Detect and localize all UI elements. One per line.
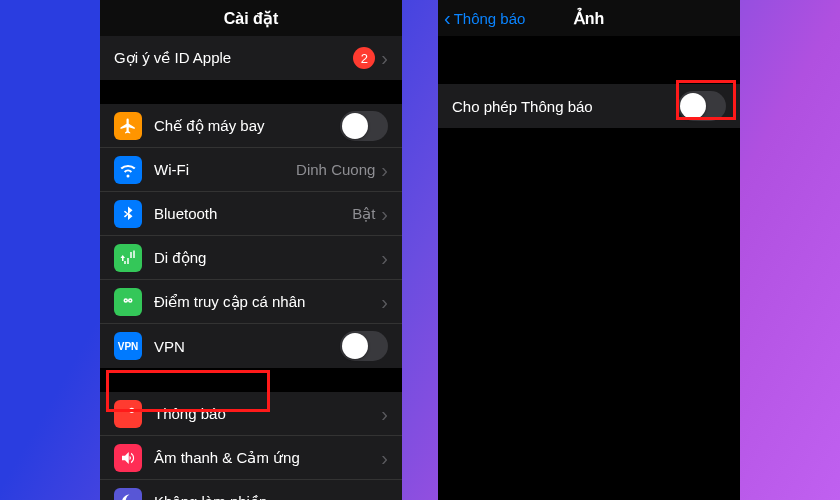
vpn-icon-text: VPN bbox=[118, 341, 139, 352]
page-title: Cài đặt bbox=[224, 9, 278, 28]
back-button[interactable]: ‹ Thông báo bbox=[444, 8, 525, 28]
cellular-icon bbox=[114, 244, 142, 272]
hotspot-row[interactable]: Điểm truy cập cá nhân › bbox=[100, 280, 402, 324]
vpn-label: VPN bbox=[154, 338, 340, 355]
airplane-icon bbox=[114, 112, 142, 140]
vpn-toggle[interactable] bbox=[340, 331, 388, 361]
hotspot-icon bbox=[114, 288, 142, 316]
chevron-right-icon: › bbox=[381, 492, 388, 500]
allow-toggle[interactable] bbox=[678, 91, 726, 121]
chevron-right-icon: › bbox=[381, 160, 388, 180]
section-separator bbox=[438, 36, 740, 84]
airplane-label: Chế độ máy bay bbox=[154, 117, 340, 135]
cellular-row[interactable]: Di động › bbox=[100, 236, 402, 280]
badge-icon: 2 bbox=[353, 47, 375, 69]
dnd-row[interactable]: Không làm phiền › bbox=[100, 480, 402, 500]
wifi-label: Wi-Fi bbox=[154, 161, 296, 178]
section-separator bbox=[100, 368, 402, 392]
title-bar: ‹ Thông báo Ảnh bbox=[438, 0, 740, 36]
airplane-mode-row[interactable]: Chế độ máy bay bbox=[100, 104, 402, 148]
settings-screen: Cài đặt Gợi ý về ID Apple 2 › Chế độ máy… bbox=[100, 0, 402, 500]
section-separator bbox=[100, 80, 402, 104]
chevron-right-icon: › bbox=[381, 248, 388, 268]
cellular-label: Di động bbox=[154, 249, 381, 267]
hotspot-label: Điểm truy cập cá nhân bbox=[154, 293, 381, 311]
wifi-detail: Dinh Cuong bbox=[296, 161, 375, 178]
bluetooth-icon bbox=[114, 200, 142, 228]
allow-label: Cho phép Thông báo bbox=[452, 98, 678, 115]
back-label: Thông báo bbox=[454, 10, 526, 27]
sound-row[interactable]: Âm thanh & Cảm ứng › bbox=[100, 436, 402, 480]
page-title: Ảnh bbox=[574, 9, 605, 28]
chevron-right-icon: › bbox=[381, 404, 388, 424]
chevron-right-icon: › bbox=[381, 204, 388, 224]
notifications-icon bbox=[114, 400, 142, 428]
vpn-icon: VPN bbox=[114, 332, 142, 360]
bluetooth-detail: Bật bbox=[352, 205, 375, 223]
chevron-right-icon: › bbox=[381, 48, 388, 68]
wifi-row[interactable]: Wi-Fi Dinh Cuong › bbox=[100, 148, 402, 192]
notifications-row[interactable]: Thông báo › bbox=[100, 392, 402, 436]
dnd-label: Không làm phiền bbox=[154, 493, 381, 500]
chevron-right-icon: › bbox=[381, 292, 388, 312]
svg-point-1 bbox=[129, 407, 134, 412]
chevron-left-icon: ‹ bbox=[444, 8, 451, 28]
notifications-label: Thông báo bbox=[154, 405, 381, 422]
allow-notifications-row[interactable]: Cho phép Thông báo bbox=[438, 84, 740, 128]
vpn-row[interactable]: VPN VPN bbox=[100, 324, 402, 368]
sound-label: Âm thanh & Cảm ứng bbox=[154, 449, 381, 467]
notification-detail-screen: ‹ Thông báo Ảnh Cho phép Thông báo bbox=[438, 0, 740, 500]
bluetooth-label: Bluetooth bbox=[154, 205, 352, 222]
bluetooth-row[interactable]: Bluetooth Bật › bbox=[100, 192, 402, 236]
chevron-right-icon: › bbox=[381, 448, 388, 468]
title-bar: Cài đặt bbox=[100, 0, 402, 36]
apple-id-suggestion-row[interactable]: Gợi ý về ID Apple 2 › bbox=[100, 36, 402, 80]
sound-icon bbox=[114, 444, 142, 472]
moon-icon bbox=[114, 488, 142, 500]
wifi-icon bbox=[114, 156, 142, 184]
apple-id-label: Gợi ý về ID Apple bbox=[114, 49, 353, 67]
airplane-toggle[interactable] bbox=[340, 111, 388, 141]
